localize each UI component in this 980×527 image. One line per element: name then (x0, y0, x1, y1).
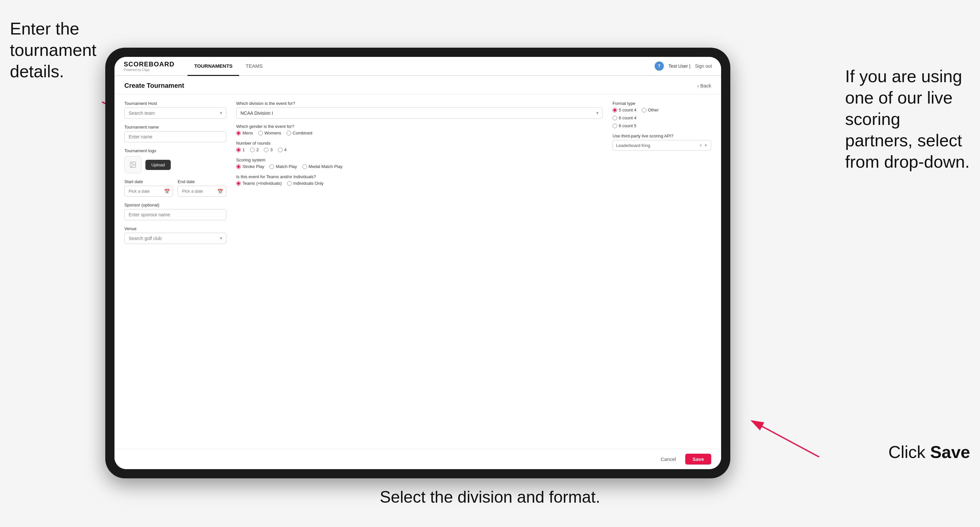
tournament-name-group: Tournament name (124, 125, 226, 142)
gender-mens[interactable]: Mens (236, 130, 253, 135)
teams-plus-individuals[interactable]: Teams (+Individuals) (236, 181, 282, 186)
format-type-row3: 6 count 5 (612, 123, 711, 128)
end-date-wrap: 📅 (178, 186, 226, 197)
annotation-topright: If you are using one of our live scoring… (845, 66, 970, 173)
rounds-1[interactable]: 1 (236, 147, 245, 152)
sponsor-input[interactable] (124, 209, 226, 220)
tournament-name-input[interactable] (124, 131, 226, 142)
end-date-group: End date 📅 (178, 179, 226, 197)
scoring-label: Scoring system (236, 157, 603, 162)
sponsor-label: Sponsor (optional) (124, 203, 226, 208)
venue-select-wrap: ▼ (124, 233, 226, 244)
svg-line-4 (752, 421, 819, 457)
live-scoring-value: Leaderboard King (616, 143, 650, 148)
end-date-input[interactable] (178, 186, 226, 197)
panel-header: Create Tournament ‹ Back (115, 76, 721, 94)
tournament-logo-group: Tournament logo Upload (124, 148, 226, 173)
scoring-match[interactable]: Match Play (269, 164, 297, 169)
brand-title: SCOREBOARD (124, 60, 174, 68)
format-6count4[interactable]: 6 count 4 (612, 115, 711, 120)
division-label: Which division is the event for? (236, 101, 603, 106)
sign-out-link[interactable]: Sign out (695, 63, 712, 69)
gender-label: Which gender is the event for? (236, 124, 603, 129)
nav-teams[interactable]: TEAMS (239, 57, 269, 76)
scoring-group: Scoring system Stroke Play Match Play (236, 157, 603, 169)
sponsor-group: Sponsor (optional) (124, 203, 226, 220)
format-type-row1: 5 count 4 Other (612, 108, 711, 113)
rounds-label: Number of rounds (236, 141, 603, 146)
save-button[interactable]: Save (685, 454, 711, 465)
rounds-radio-group: 1 2 3 (236, 147, 603, 152)
gender-combined[interactable]: Combined (286, 130, 312, 135)
rounds-group: Number of rounds 1 2 (236, 141, 603, 152)
start-date-label: Start date (124, 179, 173, 184)
annotation-bottomright: Click Save (888, 441, 970, 463)
upload-button[interactable]: Upload (145, 160, 171, 170)
name-label: Tournament name (124, 125, 226, 130)
teams-group: Is this event for Teams and/or Individua… (236, 174, 603, 186)
right-column: Format type 5 count 4 Other (612, 101, 711, 442)
annotation-bottomcenter: Select the division and format. (380, 487, 600, 508)
tablet-frame: SCOREBOARD Powered by Clipp TOURNAMENTS … (105, 48, 730, 478)
division-group: Which division is the event for? NCAA Di… (236, 101, 603, 119)
venue-label: Venue (124, 226, 226, 231)
individuals-only[interactable]: Individuals Only (287, 181, 324, 186)
logo-label: Tournament logo (124, 148, 226, 153)
panel-body: Tournament Host ▼ Tournament name Tourna (115, 94, 721, 449)
middle-column: Which division is the event for? NCAA Di… (236, 101, 603, 442)
brand-subtitle: Powered by Clipp (124, 68, 174, 71)
scoring-radio-group: Stroke Play Match Play Medal Match Play (236, 164, 603, 169)
date-row: Start date 📅 End date 📅 (124, 179, 226, 197)
brand: SCOREBOARD Powered by Clipp (124, 60, 174, 71)
live-scoring-clear-btn[interactable]: × (698, 143, 703, 148)
live-scoring-dropdown[interactable]: Leaderboard King × ▼ (612, 140, 711, 151)
tablet-screen: SCOREBOARD Powered by Clipp TOURNAMENTS … (115, 57, 721, 469)
rounds-4[interactable]: 4 (278, 147, 286, 152)
create-panel: Create Tournament ‹ Back Tournament Host… (115, 76, 721, 469)
logo-placeholder (124, 156, 142, 173)
host-select-wrap: ▼ (124, 108, 226, 119)
navbar-right: T Test User | Sign out (655, 62, 712, 71)
user-avatar: T (655, 62, 664, 71)
venue-group: Venue ▼ (124, 226, 226, 244)
cancel-button[interactable]: Cancel (655, 454, 681, 465)
svg-point-6 (131, 163, 132, 164)
gender-womens[interactable]: Womens (258, 130, 281, 135)
format-6count5[interactable]: 6 count 5 (612, 123, 711, 128)
rounds-2[interactable]: 2 (250, 147, 259, 152)
division-select[interactable]: NCAA Division I NCAA Division II NCAA Di… (236, 108, 603, 119)
logo-area: Upload (124, 156, 226, 173)
format-5count4[interactable]: 5 count 4 (612, 108, 636, 113)
rounds-3[interactable]: 3 (264, 147, 272, 152)
start-date-input[interactable] (124, 186, 173, 197)
left-column: Tournament Host ▼ Tournament name Tourna (124, 101, 226, 442)
live-scoring-arrow: ▼ (704, 143, 708, 147)
live-scoring-label: Use third-party live scoring API? (612, 133, 711, 138)
app: SCOREBOARD Powered by Clipp TOURNAMENTS … (115, 57, 721, 469)
back-link[interactable]: ‹ Back (697, 83, 711, 89)
annotation-topleft: Enter the tournament details. (10, 18, 115, 82)
user-name: Test User | (668, 63, 690, 69)
live-scoring-group: Use third-party live scoring API? Leader… (612, 133, 711, 151)
tournament-host-group: Tournament Host ▼ (124, 101, 226, 119)
format-other[interactable]: Other (642, 108, 659, 113)
nav-links: TOURNAMENTS TEAMS (188, 57, 269, 75)
scoring-stroke[interactable]: Stroke Play (236, 164, 264, 169)
search-golf-club-input[interactable] (124, 233, 226, 244)
end-date-label: End date (178, 179, 226, 184)
search-team-input[interactable] (124, 108, 226, 119)
panel-title: Create Tournament (124, 82, 184, 89)
scoring-medal-match[interactable]: Medal Match Play (302, 164, 342, 169)
format-type-label: Format type (612, 101, 711, 106)
teams-radio-group: Teams (+Individuals) Individuals Only (236, 181, 603, 186)
start-date-wrap: 📅 (124, 186, 173, 197)
nav-tournaments[interactable]: TOURNAMENTS (188, 57, 239, 76)
gender-radio-group: Mens Womens Combined (236, 130, 603, 135)
start-date-group: Start date 📅 (124, 179, 173, 197)
format-type-row2: 6 count 4 (612, 115, 711, 120)
division-select-wrap: NCAA Division I NCAA Division II NCAA Di… (236, 108, 603, 119)
format-type-group: Format type 5 count 4 Other (612, 101, 711, 128)
teams-label: Is this event for Teams and/or Individua… (236, 174, 603, 179)
panel-footer: Cancel Save (115, 449, 721, 469)
gender-group: Which gender is the event for? Mens Wome… (236, 124, 603, 135)
